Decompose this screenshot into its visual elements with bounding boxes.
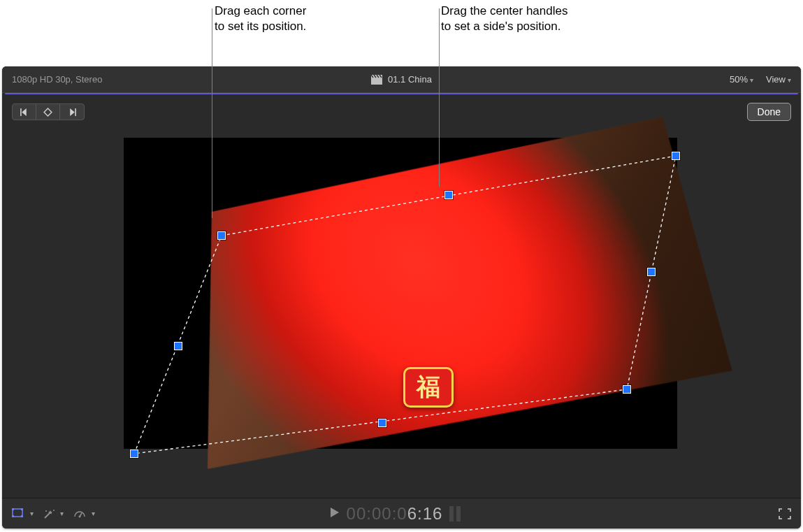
svg-rect-0	[371, 78, 382, 85]
svg-rect-2	[20, 108, 22, 116]
timecode-display: 00:00:06:16	[2, 504, 801, 524]
chevron-down-icon: ▾	[92, 510, 95, 517]
audio-meter	[449, 506, 473, 522]
chevron-down-icon: ▾	[60, 510, 64, 517]
viewer-canvas[interactable]: 福	[12, 124, 791, 495]
viewer-footer: ▾ ▾ ▾ 00:00:06:16	[2, 498, 801, 529]
keyframe-nav-group	[12, 103, 85, 120]
clip-name[interactable]: 01.1 China	[388, 74, 432, 85]
chevron-down-icon: ▾	[30, 510, 34, 517]
svg-rect-10	[21, 515, 23, 517]
lantern-character: 福	[403, 367, 454, 408]
svg-rect-6	[13, 509, 22, 517]
enhance-tool-menu[interactable]: ▾	[43, 508, 64, 519]
svg-rect-8	[21, 508, 23, 510]
side-handle-0[interactable]	[444, 191, 453, 199]
retime-tool-menu[interactable]: ▾	[73, 508, 95, 519]
fullscreen-button[interactable]	[779, 508, 791, 519]
corner-handle-3[interactable]	[130, 450, 138, 458]
chevron-down-icon: ▾	[750, 76, 753, 84]
chevron-down-icon: ▾	[788, 76, 791, 84]
side-handle-1[interactable]	[647, 268, 656, 276]
video-frame-content	[152, 117, 801, 469]
svg-rect-7	[12, 508, 14, 510]
next-keyframe-button[interactable]	[60, 104, 84, 120]
view-menu[interactable]: View▾	[766, 74, 791, 85]
callout-line	[212, 8, 212, 218]
callout-center: Drag the center handles to set a side's …	[441, 3, 567, 34]
distorted-media-wrap: 福	[124, 138, 677, 449]
annotation-layer: Drag each corner to set its position. Dr…	[0, 0, 803, 66]
corner-handle-1[interactable]	[672, 152, 680, 160]
add-keyframe-button[interactable]	[36, 104, 60, 120]
viewer-header: 1080p HD 30p, Stereo 01.1 China 50%▾ Vie…	[2, 66, 801, 93]
viewer-toolbar: Done	[2, 94, 801, 122]
timecode-inactive: 00:00:0	[347, 504, 407, 523]
clapper-icon	[371, 75, 382, 85]
view-menu-label: View	[766, 74, 786, 85]
viewer-window: 1080p HD 30p, Stereo 01.1 China 50%▾ Vie…	[2, 66, 801, 529]
side-handle-2[interactable]	[378, 419, 386, 427]
svg-point-11	[53, 510, 55, 511]
corner-handle-0[interactable]	[217, 231, 226, 240]
corner-handle-2[interactable]	[623, 385, 631, 394]
zoom-value: 50%	[730, 74, 748, 85]
svg-point-12	[45, 510, 47, 512]
transform-tool-menu[interactable]: ▾	[12, 508, 34, 519]
zoom-menu[interactable]: 50%▾	[730, 74, 753, 85]
timecode[interactable]: 00:00:06:16	[347, 504, 443, 524]
side-handle-3[interactable]	[174, 342, 182, 350]
play-icon[interactable]	[330, 507, 340, 521]
svg-rect-4	[75, 108, 76, 116]
svg-point-13	[79, 515, 81, 517]
svg-rect-9	[12, 515, 14, 517]
callout-line	[439, 8, 440, 187]
timecode-active: 6:16	[407, 504, 443, 523]
format-label: 1080p HD 30p, Stereo	[12, 74, 102, 85]
callout-corner: Drag each corner to set its position.	[215, 3, 306, 34]
prev-keyframe-button[interactable]	[13, 104, 36, 120]
done-button[interactable]: Done	[747, 103, 791, 121]
